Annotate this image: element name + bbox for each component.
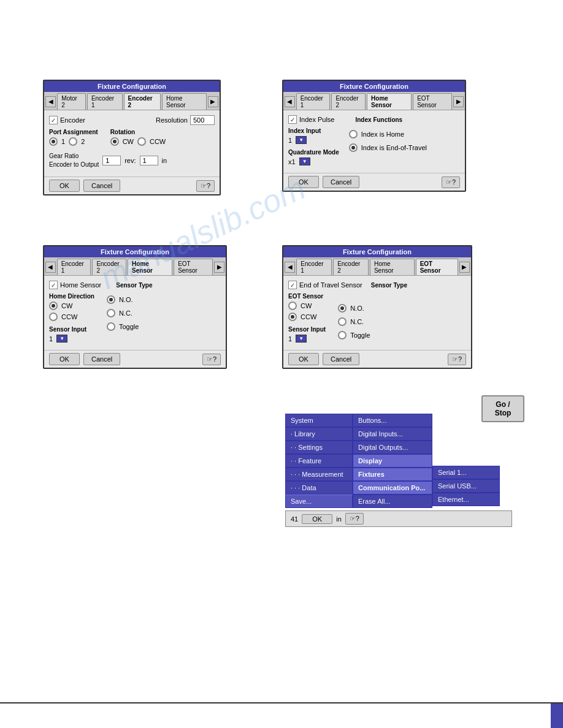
dialog1-help[interactable]: ☞? [196, 180, 215, 192]
radio-index-eot[interactable] [349, 143, 358, 152]
sensor-input-dropdown-3[interactable]: ▼ [56, 335, 67, 343]
sensor-input-dropdown-4[interactable]: ▼ [296, 335, 307, 343]
tab-prev-2[interactable]: ◀ [285, 96, 295, 107]
d3-tab-encoder1[interactable]: Encoder 1 [57, 259, 91, 275]
menu-digital-outputs-item[interactable]: Digital Outputs... [353, 441, 432, 454]
eot-sensor-checkbox[interactable] [288, 281, 297, 289]
sensor-no-radio-4[interactable] [338, 304, 347, 313]
home-dir-cw-radio[interactable] [49, 301, 58, 310]
tab-next-1[interactable]: ▶ [208, 96, 218, 107]
menu-system-item[interactable]: System [285, 414, 353, 427]
menu-save-item[interactable]: Save... [285, 495, 353, 508]
tab-encoder1[interactable]: Encoder 1 [87, 93, 123, 110]
bottom-bar [551, 703, 563, 728]
d2-tab-eot[interactable]: EOT Sensor [413, 93, 452, 110]
tab-next-2[interactable]: ▶ [453, 96, 464, 107]
d4-tab-eot[interactable]: EOT Sensor [416, 259, 458, 275]
tab-encoder2[interactable]: Encoder 2 [124, 93, 161, 110]
sensor-input-val-3: 1 [49, 335, 53, 343]
menu-measurement-item[interactable]: · · · Measurement [285, 468, 353, 481]
gear-input[interactable] [102, 156, 121, 165]
dialog4-title: Fixture Configuration [283, 246, 471, 257]
port-radio-2[interactable] [69, 137, 77, 146]
menu-feature-item[interactable]: · · Feature [285, 454, 353, 468]
sensor-toggle-radio-4[interactable] [338, 331, 347, 339]
d2-tab-encoder1[interactable]: Encoder 1 [296, 93, 331, 110]
dialog4-body: End of Travel Sensor Sensor Type EOT Sen… [283, 276, 471, 350]
status-help[interactable]: ☞? [345, 513, 364, 525]
d3-tab-home[interactable]: Home Sensor [128, 259, 172, 275]
eot-cw-radio[interactable] [288, 301, 297, 310]
encoder-output-label: Encoder to Output [49, 161, 99, 169]
menu-erase-item[interactable]: Erase All... [353, 495, 432, 508]
index-pulse-checkbox[interactable] [288, 115, 297, 124]
menu-serial1-item[interactable]: Serial 1... [432, 466, 500, 479]
eot-ccw-radio[interactable] [288, 313, 297, 321]
tab-prev-1[interactable]: ◀ [45, 96, 56, 107]
dialog2-body: Index Pulse Index Functions Index Input … [283, 110, 465, 173]
go-stop-button[interactable]: Go / Stop [481, 395, 524, 422]
sensor-no-radio-3[interactable] [107, 295, 115, 304]
rotation-cw[interactable] [110, 137, 119, 146]
sensor-nc-radio-4[interactable] [338, 317, 347, 326]
dialog2-help[interactable]: ☞? [442, 176, 460, 188]
menu-buttons-item[interactable]: Buttons... [353, 414, 432, 427]
tab-next-3[interactable]: ▶ [214, 262, 224, 273]
rotation-ccw[interactable] [137, 137, 146, 146]
menu-col2: Buttons... Digital Inputs... Digital Out… [353, 414, 432, 508]
d2-tab-encoder2[interactable]: Encoder 2 [331, 93, 366, 110]
dialog1-ok[interactable]: OK [49, 180, 80, 192]
tab-prev-4[interactable]: ◀ [285, 262, 295, 273]
home-sensor-checkbox[interactable] [49, 281, 58, 289]
sensor-nc-radio-3[interactable] [107, 309, 115, 317]
resolution-input[interactable] [190, 115, 215, 125]
dialog4-cancel[interactable]: Cancel [323, 353, 359, 365]
dialog4-help[interactable]: ☞? [448, 354, 466, 365]
eot-ccw: CCW [288, 313, 326, 321]
menu-data-item[interactable]: · · · Data [285, 481, 353, 495]
menu-serial-usb-item[interactable]: Serial USB... [432, 479, 500, 493]
port-radio-1[interactable] [49, 137, 58, 146]
home-dir-ccw-radio[interactable] [49, 313, 58, 321]
d3-tab-encoder2[interactable]: Encoder 2 [92, 259, 126, 275]
dialog3-help[interactable]: ☞? [202, 354, 221, 365]
cw-label-3: CW [61, 302, 72, 309]
dialog3-cancel[interactable]: Cancel [83, 353, 120, 365]
d2-tab-home[interactable]: Home Sensor [367, 93, 412, 110]
menu-fixtures-item[interactable]: Fixtures [353, 468, 432, 481]
tab-motor2[interactable]: Motor 2 [57, 93, 86, 110]
status-ok-button[interactable]: OK [302, 514, 332, 524]
menu-communication-item[interactable]: Communication Po... [353, 481, 432, 495]
dialog4-tabs: ◀ Encoder 1 Encoder 2 Home Sensor EOT Se… [283, 257, 471, 276]
rev-input[interactable] [140, 156, 158, 165]
sensor-toggle-radio-3[interactable] [107, 322, 115, 331]
dialog3-ok[interactable]: OK [49, 353, 80, 365]
d4-tab-encoder2[interactable]: Encoder 2 [333, 259, 369, 275]
sensor-input-val-4: 1 [288, 335, 292, 343]
menu-columns: System · Library · · Settings · · Featur… [285, 414, 512, 508]
d4-tab-encoder1[interactable]: Encoder 1 [296, 259, 332, 275]
d4-tab-home[interactable]: Home Sensor [370, 259, 415, 275]
dialog1-cancel[interactable]: Cancel [83, 180, 120, 192]
menu-settings-item[interactable]: · · Settings [285, 441, 353, 454]
menu-digital-inputs-item[interactable]: Digital Inputs... [353, 427, 432, 441]
menu-display-item[interactable]: Display [353, 454, 432, 468]
tab-next-4[interactable]: ▶ [459, 262, 470, 273]
tab-prev-3[interactable]: ◀ [45, 262, 56, 273]
dialog2-ok[interactable]: OK [288, 176, 319, 188]
tab-homesensor1[interactable]: Home Sensor [162, 93, 207, 110]
home-dir-cw: CW [49, 301, 94, 310]
in-label-1: in [162, 157, 167, 164]
d3-tab-eot[interactable]: EOT Sensor [174, 259, 213, 275]
home-sensor-checkbox-row: Home Sensor Sensor Type [49, 281, 221, 289]
radio-index-home[interactable] [349, 130, 358, 138]
encoder-checkbox[interactable] [49, 116, 58, 124]
dialog2-cancel[interactable]: Cancel [323, 176, 359, 188]
dialog4-ok[interactable]: OK [288, 353, 319, 365]
menu-library-item[interactable]: · Library [285, 427, 353, 441]
ccw-label-3: CCW [61, 313, 77, 320]
menu-ethernet-item[interactable]: Ethernet... [432, 493, 500, 506]
quad-dropdown[interactable]: ▼ [299, 157, 310, 165]
index-dropdown[interactable]: ▼ [296, 136, 307, 144]
rotation-label: Rotation [110, 129, 166, 135]
